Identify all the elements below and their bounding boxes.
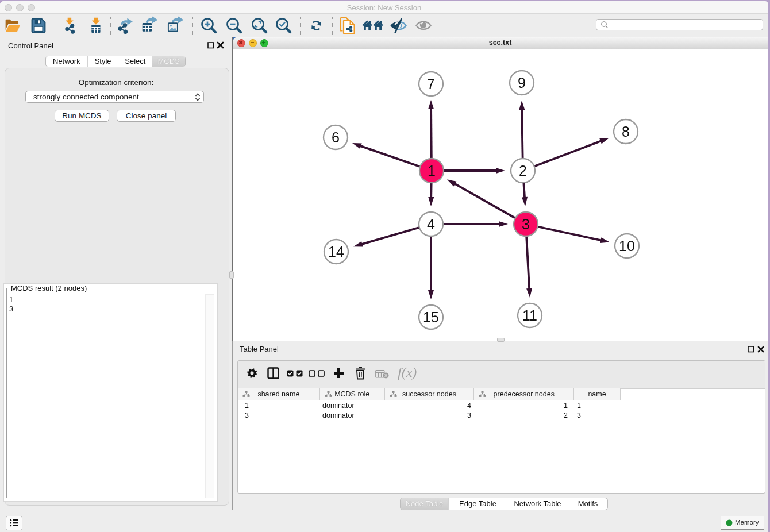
svg-text:10: 10 [619,238,635,254]
svg-text:7: 7 [427,76,435,92]
svg-text:11: 11 [522,307,537,323]
svg-text:3: 3 [522,216,530,232]
svg-text:15: 15 [423,309,439,325]
svg-text:4: 4 [427,216,435,232]
svg-text:2: 2 [519,163,527,179]
svg-text:9: 9 [518,75,526,91]
svg-text:8: 8 [622,124,630,140]
svg-text:6: 6 [332,129,340,145]
svg-text:14: 14 [328,244,344,260]
svg-text:1: 1 [428,163,436,179]
